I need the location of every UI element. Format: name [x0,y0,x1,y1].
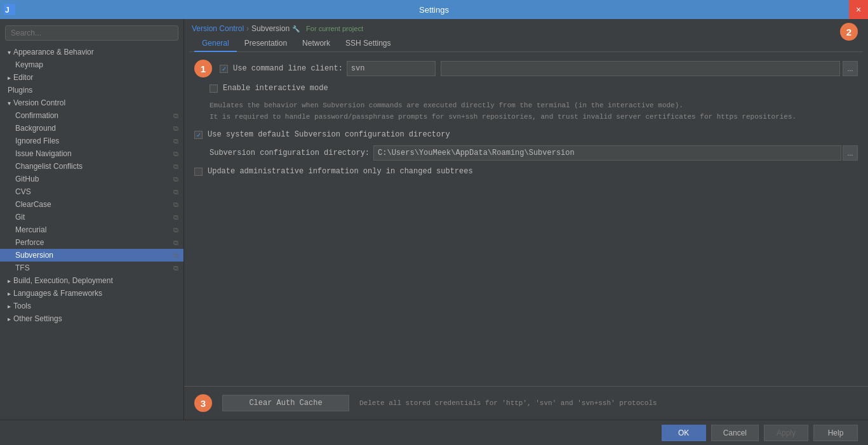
cancel-button[interactable]: Cancel [711,425,759,441]
help-button[interactable]: Help [813,425,858,441]
config-dir-row: Subversion configuration directory: ... [194,145,858,161]
tab-presentation[interactable]: Presentation [237,36,295,52]
update-admin-row: Update administrative information only i… [194,167,858,176]
copy-icon-cvs: ⧉ [173,188,178,196]
sidebar-item-label-appearance-behavior: Appearance & Behavior [13,48,94,56]
main-layout: ▾Appearance & BehaviorKeymap▸EditorPlugi… [0,19,868,420]
breadcrumb-parent[interactable]: Version Control [192,24,244,33]
app-logo-icon: J [4,4,15,18]
sidebar-item-label-git: Git [15,213,25,222]
sidebar-item-languages-frameworks[interactable]: ▸Languages & Frameworks [0,287,184,300]
use-command-line-checkbox[interactable] [220,65,228,73]
sidebar-item-label-tfs: TFS [15,263,30,272]
expand-arrow-build-execution-deployment: ▸ [8,277,11,284]
copy-icon-background: ⧉ [173,124,178,133]
sidebar-item-label-subversion: Subversion [15,251,53,260]
project-label: For current project [306,25,363,32]
apply-button[interactable]: Apply [764,425,808,441]
search-input[interactable] [5,25,178,41]
copy-icon-ignored-files: ⧉ [173,137,178,145]
sidebar-item-git[interactable]: Git⧉ [0,211,184,223]
tab-network[interactable]: Network [295,36,338,52]
sidebar-item-issue-navigation[interactable]: Issue Navigation⧉ [0,147,184,160]
sidebar-item-label-plugins: Plugins [8,86,32,95]
clear-auth-cache-button[interactable]: Clear Auth Cache [222,395,349,411]
sidebar-item-label-issue-navigation: Issue Navigation [15,149,72,158]
sidebar: ▾Appearance & BehaviorKeymap▸EditorPlugi… [0,19,184,420]
tabs-bar: GeneralPresentationNetworkSSH Settings [189,36,863,52]
sidebar-item-background[interactable]: Background⧉ [0,122,184,135]
auth-cache-section: 3 Clear Auth Cache Delete all stored cre… [184,386,868,420]
sidebar-item-plugins[interactable]: Plugins [0,84,184,96]
config-dir-browse-btn[interactable]: ... [843,145,858,161]
copy-icon-confirmation: ⧉ [173,112,178,120]
sidebar-item-tools[interactable]: ▸Tools [0,300,184,312]
enable-interactive-row: Enable interactive mode [194,84,858,93]
sidebar-item-confirmation[interactable]: Confirmation⧉ [0,109,184,122]
badge-3: 3 [194,394,212,412]
copy-icon-mercurial: ⧉ [173,226,178,234]
sidebar-item-label-confirmation: Confirmation [15,111,58,120]
use-system-default-label: Use system default Subversion configurat… [208,130,450,139]
sidebar-item-label-tools: Tools [13,302,31,310]
sidebar-item-label-build-execution-deployment: Build, Execution, Deployment [13,276,113,285]
update-admin-checkbox[interactable] [194,168,203,176]
window-title: Settings [419,5,449,15]
expand-arrow-appearance-behavior: ▾ [8,49,11,56]
config-dir-input[interactable] [373,145,841,161]
expand-arrow-other-settings: ▸ [8,315,11,322]
copy-icon-perforce: ⧉ [173,239,178,247]
help-badge-2: 2 [840,23,858,41]
copy-icon-issue-navigation: ⧉ [173,150,178,158]
title-bar: J Settings × [0,0,868,19]
sidebar-item-github[interactable]: GitHub⧉ [0,173,184,185]
sidebar-item-clearcase[interactable]: ClearCase⧉ [0,198,184,211]
use-system-default-checkbox[interactable] [194,131,203,139]
sidebar-item-cvs[interactable]: CVS⧉ [0,185,184,198]
sidebar-item-build-execution-deployment[interactable]: ▸Build, Execution, Deployment [0,274,184,287]
sidebar-item-label-perforce: Perforce [15,238,44,247]
close-button[interactable]: × [849,0,868,19]
sidebar-item-tfs[interactable]: TFS⧉ [0,262,184,274]
sidebar-item-changelist-conflicts[interactable]: Changelist Conflicts⧉ [0,160,184,173]
content-area: 2 Version Control › Subversion 🔧 For cur… [184,19,868,420]
sidebar-item-version-control[interactable]: ▾Version Control [0,96,184,109]
sidebar-item-label-keymap: Keymap [15,60,43,69]
tab-general[interactable]: General [194,36,237,52]
tab-ssh-settings[interactable]: SSH Settings [338,36,398,52]
update-admin-label: Update administrative information only i… [208,167,473,176]
sidebar-item-keymap[interactable]: Keymap [0,58,184,71]
copy-icon-changelist-conflicts: ⧉ [173,163,178,171]
copy-icon-tfs: ⧉ [173,264,178,272]
sidebar-item-label-version-control: Version Control [13,98,65,107]
interactive-description: Emulates the behavior when Subversion co… [194,99,858,124]
use-command-line-row: 1 Use command line client: ... [194,60,858,77]
sidebar-item-editor[interactable]: ▸Editor [0,71,184,84]
badge-1: 1 [194,60,212,77]
expand-arrow-editor: ▸ [8,74,11,81]
command-line-input[interactable] [347,61,436,76]
sidebar-item-appearance-behavior[interactable]: ▾Appearance & Behavior [0,46,184,58]
sidebar-item-label-github: GitHub [15,175,39,183]
sidebar-item-label-mercurial: Mercurial [15,225,46,234]
breadcrumb-current: Subversion [251,24,290,33]
project-icon: 🔧 [292,25,300,32]
sidebar-item-perforce[interactable]: Perforce⧉ [0,236,184,249]
ok-button[interactable]: OK [662,425,706,441]
sidebar-item-other-settings[interactable]: ▸Other Settings [0,312,184,325]
enable-interactive-checkbox[interactable] [210,84,218,93]
sidebar-item-subversion[interactable]: Subversion⧉ [0,249,184,262]
enable-interactive-label: Enable interactive mode [223,84,328,93]
clear-cache-description: Delete all stored credentials for 'http'… [359,399,657,407]
sidebar-item-label-languages-frameworks: Languages & Frameworks [13,289,102,298]
sidebar-item-ignored-files[interactable]: Ignored Files⧉ [0,135,184,147]
tab-content-general: 1 Use command line client: ... Enable in… [184,52,868,190]
sidebar-item-label-cvs: CVS [15,187,31,196]
sidebar-item-label-ignored-files: Ignored Files [15,136,59,145]
copy-icon-clearcase: ⧉ [173,201,178,209]
sidebar-item-mercurial[interactable]: Mercurial⧉ [0,223,184,236]
use-command-line-label: Use command line client: [233,64,343,73]
config-dir-label: Subversion configuration directory: [210,149,370,157]
command-line-browse-btn[interactable]: ... [843,61,858,76]
copy-icon-github: ⧉ [173,175,178,183]
